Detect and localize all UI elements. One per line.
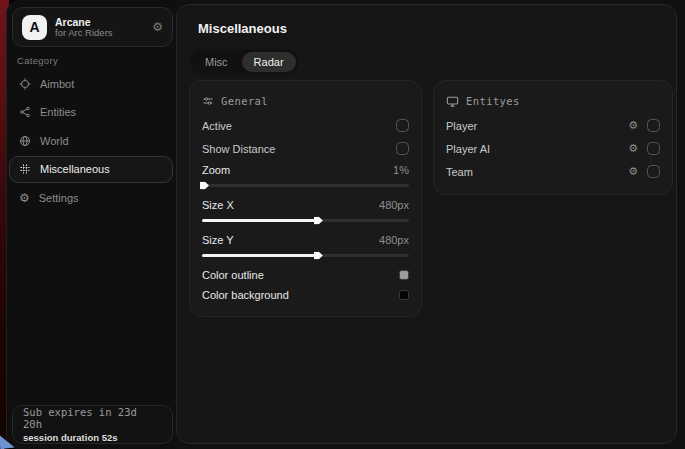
zoom-slider[interactable] (202, 179, 409, 192)
color-outline-row: Color outline (202, 265, 409, 285)
grid-hash-icon (19, 163, 31, 175)
sub-expiry-text: Sub expires in 23d 20h (23, 406, 162, 430)
team-checkbox[interactable] (647, 165, 660, 178)
sidebar-item-world[interactable]: World (9, 127, 173, 154)
entities-card-header: Entityes (446, 90, 660, 112)
zoom-value: 1% (393, 164, 409, 176)
zoom-slider-group: Zoom 1% (202, 160, 409, 192)
player-label: Player (446, 120, 477, 132)
player-ai-row: Player AI ⚙ (446, 137, 660, 160)
sidebar-item-label: Settings (39, 192, 79, 204)
gear-icon[interactable]: ⚙ (628, 120, 638, 131)
entities-card: Entityes Player ⚙ Player AI ⚙ (433, 80, 673, 195)
sidebar-item-entities[interactable]: Entities (9, 99, 173, 126)
sidebar-item-label: World (40, 135, 69, 147)
team-label: Team (446, 166, 473, 178)
brand-title: Arcane (55, 16, 144, 28)
player-row: Player ⚙ (446, 114, 660, 137)
zoom-row: Zoom 1% (202, 160, 409, 179)
tab-bar: Misc Radar (190, 49, 299, 75)
show-distance-checkbox[interactable] (396, 142, 409, 155)
slider-fill (202, 219, 316, 222)
sidebar-item-label: Entities (40, 106, 76, 118)
brand-text: Arcane for Arc Riders (55, 16, 144, 39)
sidebar-item-label: Aimbot (40, 78, 74, 90)
slider-track (202, 219, 409, 222)
sidebar-item-miscellaneous[interactable]: Miscellaneous (9, 156, 173, 183)
size-y-slider-group: Size Y 480px (202, 230, 409, 262)
gear-icon[interactable]: ⚙ (628, 166, 638, 177)
session-duration-text: session duration 52s (23, 432, 162, 443)
active-label: Active (202, 120, 232, 132)
color-background-row: Color background (202, 285, 409, 305)
app-window: A Arcane for Arc Riders ⚙ Category Aimbo… (6, 0, 685, 449)
size-x-label: Size X (202, 199, 234, 211)
crosshair-icon (19, 78, 31, 90)
color-background-label: Color background (202, 289, 289, 301)
entities-nodes-icon (19, 106, 31, 118)
sidebar-nav: Aimbot Entities World (9, 70, 173, 213)
size-y-slider[interactable] (202, 249, 409, 262)
color-background-swatch[interactable] (399, 290, 409, 300)
globe-icon (19, 135, 31, 147)
size-x-slider-group: Size X 480px (202, 195, 409, 227)
size-x-slider[interactable] (202, 214, 409, 227)
sidebar-item-settings[interactable]: ⚙ Settings (9, 184, 173, 211)
slider-thumb[interactable] (200, 181, 209, 190)
slider-thumb[interactable] (314, 216, 323, 225)
size-y-row: Size Y 480px (202, 230, 409, 249)
brand-logo: A (22, 15, 47, 40)
size-x-value: 480px (379, 199, 409, 211)
size-y-value: 480px (379, 234, 409, 246)
active-row: Active (202, 114, 409, 137)
slider-track (202, 254, 409, 257)
color-outline-label: Color outline (202, 269, 264, 281)
brand-subtitle: for Arc Riders (55, 28, 144, 39)
player-ai-controls: ⚙ (628, 142, 660, 155)
gear-icon: ⚙ (19, 192, 30, 204)
sliders-icon (202, 95, 214, 107)
player-controls: ⚙ (628, 119, 660, 132)
show-distance-label: Show Distance (202, 143, 275, 155)
player-ai-label: Player AI (446, 143, 490, 155)
general-card: General Active Show Distance Zoom 1% (189, 80, 422, 317)
show-distance-row: Show Distance (202, 137, 409, 160)
main-panel: Miscellaneous Misc Radar General Active (176, 4, 677, 444)
gear-icon[interactable]: ⚙ (152, 20, 163, 34)
general-card-header: General (202, 90, 409, 112)
size-x-row: Size X 480px (202, 195, 409, 214)
team-row: Team ⚙ (446, 160, 660, 183)
brand-card: A Arcane for Arc Riders ⚙ (12, 7, 173, 47)
cards-container: General Active Show Distance Zoom 1% (189, 80, 673, 317)
sidebar-item-label: Miscellaneous (40, 163, 110, 175)
slider-track (202, 184, 409, 187)
general-card-title: General (221, 95, 268, 107)
subscription-info-card: Sub expires in 23d 20h session duration … (12, 405, 173, 444)
size-y-label: Size Y (202, 234, 234, 246)
entities-card-title: Entityes (466, 95, 520, 107)
category-label: Category (17, 55, 58, 66)
sidebar: A Arcane for Arc Riders ⚙ Category Aimbo… (7, 0, 176, 449)
player-ai-checkbox[interactable] (647, 142, 660, 155)
color-outline-swatch[interactable] (399, 270, 409, 280)
sidebar-item-aimbot[interactable]: Aimbot (9, 70, 173, 97)
slider-thumb[interactable] (314, 251, 323, 260)
player-checkbox[interactable] (647, 119, 660, 132)
screen: { "sidebar": { "brand": { "initial": "A"… (0, 0, 685, 449)
tab-radar[interactable]: Radar (242, 52, 296, 72)
page-title: Miscellaneous (198, 21, 287, 36)
gear-icon[interactable]: ⚙ (628, 143, 638, 154)
slider-fill (202, 254, 316, 257)
tab-misc[interactable]: Misc (193, 52, 240, 72)
team-controls: ⚙ (628, 165, 660, 178)
zoom-label: Zoom (202, 164, 230, 176)
active-checkbox[interactable] (396, 119, 409, 132)
monitor-icon (446, 95, 459, 108)
